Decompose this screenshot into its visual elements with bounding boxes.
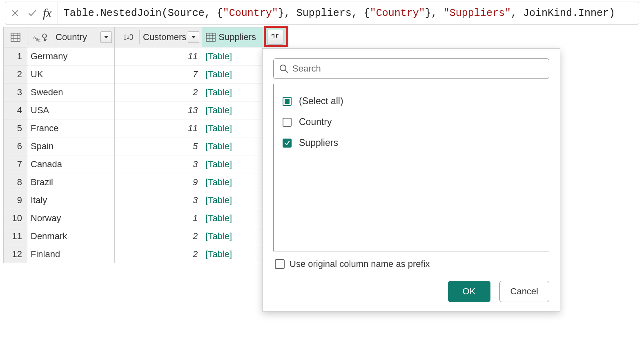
column-option[interactable]: Country <box>281 112 541 132</box>
row-number[interactable]: 11 <box>4 227 27 245</box>
row-number[interactable]: 9 <box>4 191 27 209</box>
cell-country[interactable]: Brazil <box>27 173 115 191</box>
svg-text:C: C <box>38 38 40 43</box>
cell-country[interactable]: USA <box>27 101 115 119</box>
column-label: Customers <box>143 32 186 43</box>
search-input-wrap <box>273 58 549 79</box>
table-row[interactable]: 9Italy3[Table] <box>4 191 286 209</box>
cell-customers[interactable]: 7 <box>115 65 202 83</box>
cell-country[interactable]: France <box>27 119 115 137</box>
cell-customers[interactable]: 9 <box>115 173 202 191</box>
text-key-type-icon: A B C <box>30 30 52 44</box>
cell-customers[interactable]: 1 <box>115 209 202 227</box>
cell-country[interactable]: Italy <box>27 191 115 209</box>
row-number[interactable]: 2 <box>4 65 27 83</box>
row-number[interactable]: 4 <box>4 101 27 119</box>
column-header-country[interactable]: A B C Country <box>27 27 115 47</box>
checkbox-unchecked-icon <box>283 118 292 127</box>
table-row[interactable]: 11Denmark2[Table] <box>4 227 286 245</box>
cell-country[interactable]: Canada <box>27 155 115 173</box>
popup-button-row: OK Cancel <box>273 281 549 302</box>
row-number[interactable]: 3 <box>4 83 27 101</box>
row-number[interactable]: 1 <box>4 47 27 65</box>
row-number[interactable]: 6 <box>4 137 27 155</box>
table-row[interactable]: 12Finland2[Table] <box>4 245 286 263</box>
column-label: Country <box>56 32 99 43</box>
column-header-suppliers[interactable]: Suppliers <box>202 27 286 47</box>
table-row[interactable]: 6Spain5[Table] <box>4 137 286 155</box>
cancel-button[interactable]: Cancel <box>499 281 549 302</box>
filter-button-customers[interactable] <box>188 31 199 43</box>
chevron-down-icon <box>191 35 196 39</box>
table-row[interactable]: 7Canada3[Table] <box>4 155 286 173</box>
column-option[interactable]: Suppliers <box>281 132 541 153</box>
cell-country[interactable]: Germany <box>27 47 115 65</box>
filter-button-country[interactable] <box>100 31 112 43</box>
cell-customers[interactable]: 3 <box>115 191 202 209</box>
prefix-label: Use original column name as prefix <box>290 259 430 269</box>
table-row[interactable]: 3Sweden2[Table] <box>4 83 286 101</box>
formula-input[interactable]: Table.NestedJoin(Source, {"Country"}, Su… <box>58 7 639 19</box>
fx-icon: fx <box>43 6 54 20</box>
table-row[interactable]: 5France11[Table] <box>4 119 286 137</box>
ok-button[interactable]: OK <box>448 281 490 302</box>
svg-rect-9 <box>206 33 215 41</box>
table-row[interactable]: 10Norway1[Table] <box>4 209 286 227</box>
svg-line-15 <box>285 70 287 72</box>
row-number[interactable]: 12 <box>4 245 27 263</box>
svg-rect-0 <box>11 33 20 41</box>
row-number[interactable]: 8 <box>4 173 27 191</box>
chevron-down-icon <box>104 35 109 39</box>
cell-country[interactable]: Sweden <box>27 83 115 101</box>
option-label: Suppliers <box>299 137 338 148</box>
commit-formula-button[interactable] <box>26 7 39 20</box>
table-type-icon <box>205 33 217 42</box>
expand-icon <box>271 34 280 41</box>
checkbox-indeterminate-icon <box>283 97 292 106</box>
cell-country[interactable]: UK <box>27 65 115 83</box>
expand-column-popup: (Select all) CountrySuppliers Use origin… <box>262 48 560 311</box>
formula-bar: fx Table.NestedJoin(Source, {"Country"},… <box>5 2 639 25</box>
table-row[interactable]: 4USA13[Table] <box>4 101 286 119</box>
table-icon <box>11 33 20 42</box>
cell-customers[interactable]: 2 <box>115 245 202 263</box>
cell-customers[interactable]: 5 <box>115 137 202 155</box>
select-all-corner[interactable] <box>4 27 27 47</box>
select-all-option[interactable]: (Select all) <box>281 91 541 112</box>
search-icon <box>279 64 288 73</box>
column-header-customers[interactable]: 123 Customers <box>115 27 202 47</box>
row-number[interactable]: 10 <box>4 209 27 227</box>
cell-country[interactable]: Spain <box>27 137 115 155</box>
cell-country[interactable]: Norway <box>27 209 115 227</box>
cell-customers[interactable]: 11 <box>115 119 202 137</box>
cell-customers[interactable]: 3 <box>115 155 202 173</box>
cell-customers[interactable]: 11 <box>115 47 202 65</box>
option-label: (Select all) <box>299 96 343 107</box>
table-row[interactable]: 2UK7[Table] <box>4 65 286 83</box>
row-number[interactable]: 7 <box>4 155 27 173</box>
column-options-list: (Select all) CountrySuppliers <box>273 84 549 251</box>
formula-actions: fx <box>5 2 58 24</box>
checkbox-unchecked-icon <box>275 259 285 269</box>
expand-button-suppliers[interactable] <box>267 30 283 45</box>
cell-customers[interactable]: 13 <box>115 101 202 119</box>
svg-point-8 <box>42 34 47 38</box>
use-prefix-option[interactable]: Use original column name as prefix <box>273 259 549 269</box>
row-number[interactable]: 5 <box>4 119 27 137</box>
cell-country[interactable]: Denmark <box>27 227 115 245</box>
cell-country[interactable]: Finland <box>27 245 115 263</box>
cancel-formula-button[interactable] <box>9 7 22 20</box>
table-row[interactable]: 1Germany11[Table] <box>4 47 286 65</box>
checkbox-checked-icon <box>283 139 292 148</box>
cell-customers[interactable]: 2 <box>115 83 202 101</box>
table-row[interactable]: 8Brazil9[Table] <box>4 173 286 191</box>
search-input[interactable] <box>292 63 543 74</box>
option-label: Country <box>299 117 332 128</box>
column-label: Suppliers <box>218 32 265 43</box>
cell-customers[interactable]: 2 <box>115 227 202 245</box>
number-type-icon: 123 <box>117 30 140 44</box>
